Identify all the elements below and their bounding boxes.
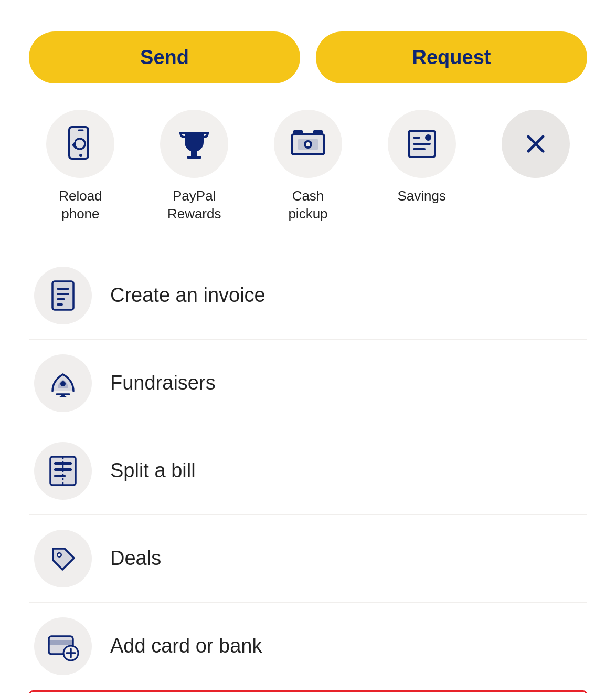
svg-rect-11 bbox=[313, 130, 323, 135]
send-button[interactable]: Send bbox=[29, 32, 300, 83]
deals-icon-circle bbox=[34, 530, 92, 587]
menu-item-crypto[interactable]: Crypto bbox=[29, 690, 587, 693]
add-card-icon bbox=[47, 630, 79, 663]
svg-point-9 bbox=[306, 142, 310, 146]
reload-phone-icon bbox=[65, 126, 95, 162]
add-card-icon-circle bbox=[34, 617, 92, 675]
quick-action-reload-phone[interactable]: Reloadphone bbox=[29, 110, 132, 223]
quick-action-close[interactable] bbox=[484, 110, 587, 178]
svg-rect-20 bbox=[52, 281, 73, 310]
savings-icon bbox=[406, 128, 438, 160]
svg-rect-31 bbox=[54, 475, 66, 477]
split-bill-label: Split a bill bbox=[110, 459, 196, 482]
svg-rect-23 bbox=[57, 293, 69, 295]
savings-label: Savings bbox=[398, 187, 447, 205]
svg-rect-17 bbox=[413, 136, 420, 139]
close-icon bbox=[522, 130, 549, 158]
invoice-icon-circle bbox=[34, 267, 92, 324]
svg-rect-16 bbox=[413, 148, 426, 150]
request-button[interactable]: Request bbox=[316, 32, 587, 83]
svg-point-26 bbox=[60, 381, 66, 386]
cash-pickup-icon bbox=[291, 130, 325, 158]
quick-action-savings[interactable]: Savings bbox=[370, 110, 473, 205]
svg-point-34 bbox=[58, 553, 61, 556]
fundraisers-icon-circle bbox=[34, 354, 92, 412]
svg-point-2 bbox=[79, 154, 82, 157]
svg-rect-15 bbox=[413, 143, 431, 145]
invoice-icon bbox=[49, 280, 77, 311]
menu-list: Create an invoice Fundraisers bbox=[29, 252, 587, 693]
menu-item-create-invoice[interactable]: Create an invoice bbox=[29, 252, 587, 340]
cash-pickup-icon-circle bbox=[274, 110, 342, 178]
savings-icon-circle bbox=[388, 110, 456, 178]
deals-icon bbox=[48, 543, 78, 574]
reload-phone-icon-circle bbox=[46, 110, 114, 178]
svg-rect-22 bbox=[57, 288, 69, 290]
svg-rect-24 bbox=[57, 298, 65, 300]
split-bill-icon bbox=[48, 455, 78, 487]
menu-item-deals[interactable]: Deals bbox=[29, 515, 587, 603]
quick-actions-row: Reloadphone PayPalRewards bbox=[29, 110, 587, 223]
close-icon-circle bbox=[502, 110, 570, 178]
svg-rect-37 bbox=[49, 640, 73, 645]
menu-item-fundraisers[interactable]: Fundraisers bbox=[29, 340, 587, 427]
deals-label: Deals bbox=[110, 547, 161, 570]
svg-point-14 bbox=[425, 134, 431, 141]
split-bill-icon-circle bbox=[34, 442, 92, 500]
top-buttons-container: Send Request bbox=[29, 32, 587, 83]
menu-item-split-bill[interactable]: Split a bill bbox=[29, 427, 587, 515]
svg-rect-25 bbox=[57, 303, 63, 306]
quick-action-cash-pickup[interactable]: Cashpickup bbox=[257, 110, 360, 223]
create-invoice-label: Create an invoice bbox=[110, 284, 265, 307]
menu-item-add-card-or-bank[interactable]: Add card or bank bbox=[29, 603, 587, 690]
reload-phone-label: Reloadphone bbox=[59, 187, 102, 223]
paypal-rewards-icon-circle bbox=[160, 110, 228, 178]
svg-rect-4 bbox=[187, 156, 201, 159]
fundraisers-label: Fundraisers bbox=[110, 372, 216, 394]
fundraisers-icon bbox=[47, 368, 79, 398]
svg-rect-10 bbox=[293, 130, 303, 135]
quick-action-paypal-rewards[interactable]: PayPalRewards bbox=[143, 110, 246, 223]
trophy-icon bbox=[178, 128, 210, 160]
paypal-rewards-label: PayPalRewards bbox=[167, 187, 221, 223]
svg-rect-3 bbox=[191, 151, 197, 156]
cash-pickup-label: Cashpickup bbox=[288, 187, 327, 223]
add-card-or-bank-label: Add card or bank bbox=[110, 635, 262, 657]
